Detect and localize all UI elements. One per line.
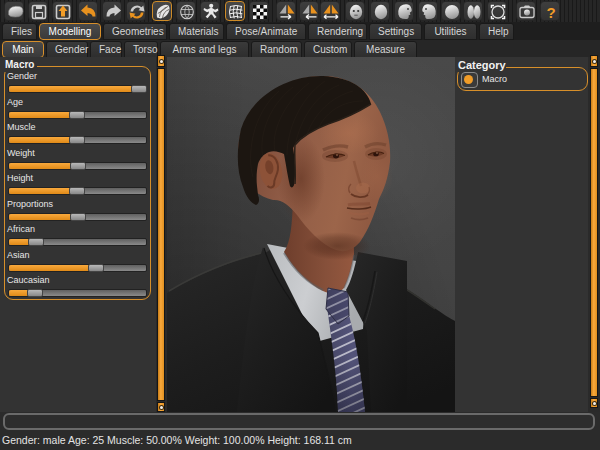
svg-text:?: ? xyxy=(546,4,555,21)
